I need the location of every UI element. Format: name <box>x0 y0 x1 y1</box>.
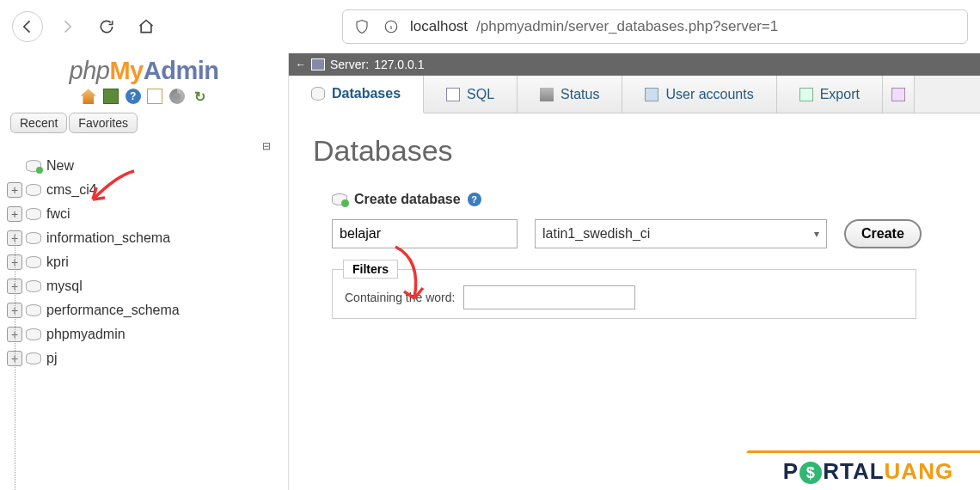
database-icon <box>26 208 41 220</box>
database-tree: + New +cms_ci4 +fwci +information_schema… <box>7 152 281 372</box>
containing-input[interactable] <box>463 285 635 309</box>
tree-db-item[interactable]: +mysql <box>7 274 281 298</box>
breadcrumb-server-value[interactable]: 127.0.0.1 <box>374 58 424 71</box>
database-icon <box>26 352 41 364</box>
chevron-down-icon: ▾ <box>814 228 819 240</box>
recent-button[interactable]: Recent <box>10 113 67 133</box>
containing-label: Containing the word: <box>345 291 455 304</box>
phpmyadmin-logo: phpMyAdmin <box>7 53 281 87</box>
create-button[interactable]: Create <box>844 219 922 248</box>
server-icon <box>311 58 325 70</box>
reload-button[interactable] <box>91 11 122 42</box>
back-button[interactable] <box>12 11 43 42</box>
logout-icon[interactable] <box>103 89 119 104</box>
database-icon <box>311 87 325 101</box>
tree-new-label: New <box>46 158 74 174</box>
reload-tree-icon[interactable]: ↻ <box>192 89 207 104</box>
breadcrumb: ← Server: 127.0.0.1 <box>289 53 980 76</box>
tree-db-item[interactable]: +performance_schema <box>7 298 281 322</box>
main-panel: ← Server: 127.0.0.1 Databases SQL Status… <box>289 53 980 490</box>
database-icon <box>26 256 41 268</box>
watermark: P$RTALUANG <box>722 450 980 490</box>
tab-export[interactable]: Export <box>777 76 883 113</box>
import-icon <box>891 88 905 101</box>
filters-legend: Filters <box>343 260 398 279</box>
breadcrumb-server-label: Server: <box>330 58 369 71</box>
tree-new-database[interactable]: + New <box>7 154 281 178</box>
url-host: localhost <box>410 18 468 35</box>
tabs: Databases SQL Status User accounts Expor… <box>289 76 980 113</box>
create-database-label: Create database <box>354 192 461 207</box>
tab-sql[interactable]: SQL <box>424 76 518 113</box>
dollar-icon: $ <box>799 462 822 484</box>
tree-db-item[interactable]: +information_schema <box>7 226 281 250</box>
database-icon <box>26 280 41 292</box>
help-icon[interactable]: ? <box>468 193 481 206</box>
database-icon <box>26 184 41 196</box>
tree-db-item[interactable]: +fwci <box>7 202 281 226</box>
status-icon <box>540 88 554 101</box>
collation-value: latin1_swedish_ci <box>542 226 650 242</box>
browser-toolbar: localhost/phpmyadmin/server_databases.ph… <box>0 0 980 53</box>
page-title: Databases <box>313 134 956 168</box>
sidebar: phpMyAdmin ? ↻ Recent Favorites ⊟ + New … <box>0 53 289 490</box>
database-icon <box>26 328 41 340</box>
info-icon[interactable] <box>381 16 401 37</box>
help-icon[interactable]: ? <box>126 89 141 104</box>
tree-db-item[interactable]: +kpri <box>7 250 281 274</box>
forward-button[interactable] <box>52 11 83 42</box>
home-button[interactable] <box>131 11 162 42</box>
collapse-icon[interactable]: ⊟ <box>7 135 281 152</box>
url-path: /phpmyadmin/server_databases.php?server=… <box>476 18 778 35</box>
tab-databases[interactable]: Databases <box>289 76 424 113</box>
sql-icon <box>446 88 460 101</box>
database-add-icon <box>26 160 41 172</box>
tree-db-item[interactable]: +pj <box>7 346 281 371</box>
database-add-icon <box>332 193 347 205</box>
users-icon <box>645 88 658 101</box>
tab-more[interactable] <box>883 76 915 113</box>
tree-db-item[interactable]: +cms_ci4 <box>7 178 281 202</box>
home-icon[interactable] <box>81 89 96 104</box>
collation-select[interactable]: latin1_swedish_ci ▾ <box>535 219 827 248</box>
favorites-button[interactable]: Favorites <box>69 113 138 133</box>
shield-icon <box>352 16 372 37</box>
database-name-input[interactable] <box>332 219 518 248</box>
settings-icon[interactable] <box>169 89 185 104</box>
breadcrumb-back-icon[interactable]: ← <box>296 58 306 70</box>
database-icon <box>26 304 41 316</box>
docs-icon[interactable] <box>147 89 162 104</box>
filters-fieldset: Filters Containing the word: <box>332 269 916 319</box>
address-bar[interactable]: localhost/phpmyadmin/server_databases.ph… <box>342 9 968 44</box>
tab-status[interactable]: Status <box>518 76 622 113</box>
tree-db-item[interactable]: +phpmyadmin <box>7 322 281 346</box>
database-icon <box>26 232 41 244</box>
tab-user-accounts[interactable]: User accounts <box>622 76 776 113</box>
expand-icon[interactable]: + <box>7 206 22 222</box>
expand-icon[interactable]: + <box>7 182 22 198</box>
export-icon <box>799 88 813 101</box>
sidebar-toolbar: ? ↻ <box>7 87 281 111</box>
